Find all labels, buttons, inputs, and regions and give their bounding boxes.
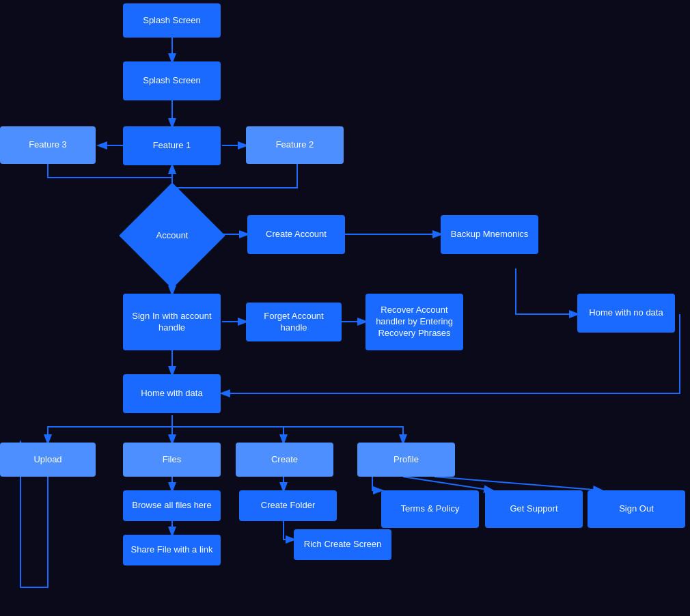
home-data-node: Home with data: [123, 374, 221, 413]
splash-screen-main: Splash Screen: [123, 61, 221, 100]
profile-node: Profile: [357, 443, 455, 477]
feature2-node: Feature 2: [246, 126, 344, 164]
feature1-node: Feature 1: [123, 126, 221, 165]
share-file-node: Share File with a link: [123, 535, 221, 565]
home-no-data-node: Home with no data: [577, 294, 675, 333]
create-node: Create: [236, 443, 333, 477]
browse-files-node: Browse all files here: [123, 490, 221, 521]
feature3-node: Feature 3: [0, 126, 96, 164]
recover-account-node: Recover Account handler by Entering Reco…: [365, 294, 463, 350]
files-node: Files: [123, 443, 221, 477]
rich-create-node: Rich Create Screen: [294, 529, 391, 560]
account-diamond: Account: [118, 198, 227, 273]
svg-line-15: [403, 477, 492, 490]
terms-policy-node: Terms & Policy: [381, 490, 479, 528]
create-account-node: Create Account: [247, 215, 345, 254]
upload-node: Upload: [0, 443, 96, 477]
sign-out-node: Sign Out: [588, 490, 685, 528]
splash-screen-top: Splash Screen: [123, 3, 221, 38]
get-support-node: Get Support: [485, 490, 583, 528]
flowchart: Splash Screen Splash Screen Feature 3 Fe…: [0, 0, 690, 616]
backup-mnemonics-node: Backup Mnemonics: [441, 215, 538, 254]
forget-account-node: Forget Account handle: [246, 303, 342, 341]
create-folder-node: Create Folder: [239, 490, 337, 521]
sign-in-node: Sign In with account handle: [123, 294, 221, 350]
